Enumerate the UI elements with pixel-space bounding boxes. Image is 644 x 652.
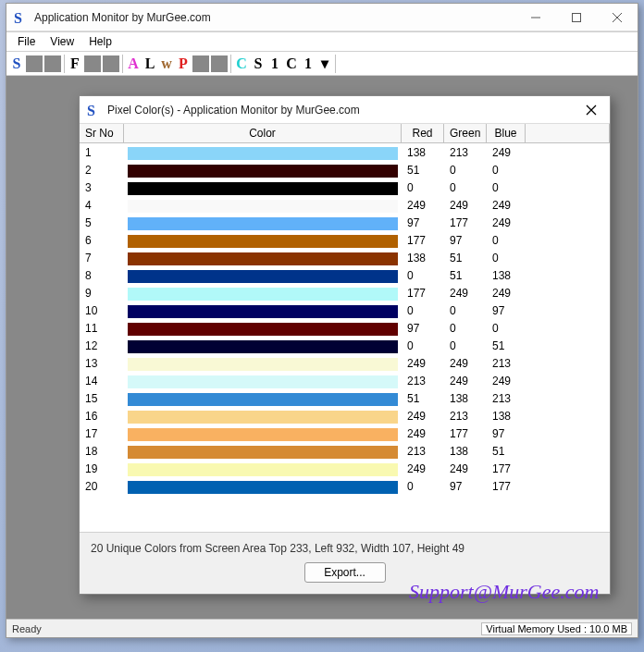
tool-1[interactable]: 1 — [266, 54, 283, 74]
cell-color — [124, 354, 402, 372]
statusbar: Ready Virtual Memory Used : 10.0 MB — [6, 619, 638, 637]
status-memory: Virtual Memory Used : 10.0 MB — [481, 622, 632, 635]
cell-red: 249 — [402, 410, 444, 423]
cell-color — [124, 477, 402, 495]
cell-red: 0 — [402, 480, 444, 493]
cell-red: 138 — [402, 146, 444, 159]
tool-box-4[interactable] — [103, 55, 119, 72]
menu-help[interactable]: Help — [81, 33, 119, 50]
dialog-footer: 20 Unique Colors from Screen Area Top 23… — [80, 532, 610, 594]
cell-color — [124, 231, 402, 249]
cell-green: 177 — [444, 427, 487, 440]
table-row[interactable]: 25100 — [80, 161, 610, 178]
minimize-button[interactable] — [515, 4, 556, 31]
tool-c1[interactable]: C — [233, 54, 250, 74]
dialog-close-button[interactable] — [573, 96, 610, 124]
color-swatch — [128, 446, 398, 459]
cell-red: 177 — [402, 287, 444, 300]
cell-color — [124, 337, 402, 354]
table-row[interactable]: 13249249213 — [80, 354, 610, 372]
col-srno[interactable]: Sr No — [80, 124, 124, 142]
menubar: File View Help — [6, 31, 638, 52]
cell-color — [124, 319, 402, 337]
cell-color — [124, 442, 402, 460]
cell-color — [124, 143, 402, 161]
tool-dropdown[interactable]: ▾ — [316, 54, 333, 74]
color-swatch — [128, 252, 398, 265]
menu-file[interactable]: File — [10, 33, 43, 50]
color-swatch — [128, 375, 398, 388]
table-row[interactable]: 1821313851 — [80, 442, 610, 460]
cell-red: 249 — [402, 462, 444, 475]
cell-green: 138 — [444, 445, 487, 458]
tool-box-2[interactable] — [44, 55, 61, 72]
col-green[interactable]: Green — [444, 124, 487, 142]
tool-box-1[interactable] — [26, 55, 43, 72]
color-swatch — [128, 147, 398, 160]
cell-color — [124, 161, 402, 178]
table-row[interactable]: 8051138 — [80, 266, 610, 284]
color-swatch — [128, 428, 398, 441]
color-swatch — [128, 270, 398, 283]
col-color[interactable]: Color — [124, 124, 402, 142]
close-button[interactable] — [597, 4, 638, 31]
cell-srno: 9 — [80, 287, 124, 300]
table-row[interactable]: 1138213249 — [80, 143, 610, 161]
tool-a[interactable]: A — [125, 54, 142, 74]
tool-f[interactable]: F — [67, 54, 83, 74]
cell-srno: 3 — [80, 181, 124, 194]
cell-red: 213 — [402, 445, 444, 458]
tool-box-6[interactable] — [211, 55, 228, 72]
cell-red: 249 — [402, 199, 444, 212]
table-row[interactable]: 19249249177 — [80, 460, 610, 477]
cell-color — [124, 284, 402, 301]
tool-1b[interactable]: 1 — [300, 54, 316, 74]
tool-s2[interactable]: S — [250, 54, 266, 74]
export-button[interactable]: Export... — [304, 562, 386, 583]
tool-c2[interactable]: C — [283, 54, 300, 74]
cell-srno: 4 — [80, 199, 124, 212]
cell-srno: 7 — [80, 252, 124, 264]
color-swatch — [128, 217, 398, 230]
cell-blue: 249 — [487, 199, 526, 212]
table-row[interactable]: 1551138213 — [80, 389, 610, 407]
table-row[interactable]: 119700 — [80, 319, 610, 337]
toolbar-separator — [335, 55, 336, 73]
table-row[interactable]: 7138510 — [80, 249, 610, 266]
cell-srno: 11 — [80, 322, 124, 335]
dialog-description: 20 Unique Colors from Screen Area Top 23… — [91, 542, 599, 555]
color-swatch — [128, 411, 398, 424]
table-row[interactable]: 16249213138 — [80, 407, 610, 424]
tool-l[interactable]: L — [142, 54, 158, 74]
table-row[interactable]: 20097177 — [80, 477, 610, 495]
tool-p[interactable]: P — [175, 54, 192, 74]
table-row[interactable]: 14213249249 — [80, 372, 610, 389]
cell-srno: 6 — [80, 234, 124, 247]
table-row[interactable]: 6177970 — [80, 231, 610, 249]
table-row[interactable]: 597177249 — [80, 214, 610, 231]
table-row[interactable]: 120051 — [80, 337, 610, 354]
col-red[interactable]: Red — [402, 124, 444, 142]
cell-green: 51 — [444, 252, 487, 264]
cell-green: 249 — [444, 287, 487, 300]
cell-blue: 249 — [487, 287, 526, 300]
cell-color — [124, 301, 402, 319]
cell-color — [124, 407, 402, 424]
tool-box-5[interactable] — [192, 55, 209, 72]
menu-view[interactable]: View — [43, 33, 81, 50]
table-row[interactable]: 3000 — [80, 178, 610, 196]
table-row[interactable]: 4249249249 — [80, 196, 610, 214]
cell-green: 138 — [444, 392, 487, 405]
tool-w[interactable]: w — [158, 54, 175, 74]
col-blue[interactable]: Blue — [487, 124, 526, 142]
table-row[interactable]: 100097 — [80, 301, 610, 319]
table-row[interactable]: 9177249249 — [80, 284, 610, 301]
cell-blue: 0 — [487, 252, 526, 264]
table-row[interactable]: 1724917797 — [80, 424, 610, 442]
table-header: Sr No Color Red Green Blue — [80, 124, 610, 143]
maximize-button[interactable] — [556, 4, 597, 31]
tool-s[interactable]: S — [8, 54, 25, 74]
status-ready: Ready — [12, 623, 42, 634]
cell-srno: 20 — [80, 480, 124, 493]
tool-box-3[interactable] — [84, 55, 101, 72]
